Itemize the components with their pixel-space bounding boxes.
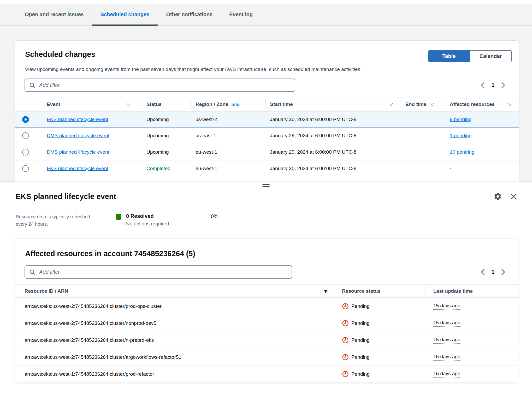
event-row[interactable]: EKS planned lifecycle event Upcoming us-… — [15, 111, 519, 128]
prev-page-button[interactable] — [478, 268, 487, 276]
event-row[interactable]: EKS planned lifecycle event Completed eu… — [15, 160, 519, 177]
current-page[interactable]: 1 — [490, 82, 495, 88]
event-region: eu-west-1 — [190, 166, 265, 171]
column-affected-resources: Affected resources — [450, 101, 495, 107]
event-region: eu-west-1 — [190, 149, 265, 155]
resource-row: arn:aws:eks:us-west-2:745485236264:clust… — [15, 349, 519, 366]
column-event: Event — [47, 101, 60, 107]
last-update-time[interactable]: 15 days ago — [433, 371, 460, 378]
filter-triangle-icon[interactable]: ▽ — [430, 102, 441, 107]
current-page[interactable]: 1 — [490, 269, 495, 275]
affected-resources-card: Affected resources in account 7454852362… — [15, 238, 519, 383]
filter-triangle-icon[interactable]: ▽ — [508, 102, 519, 107]
clock-icon — [342, 354, 349, 361]
chevron-right-icon — [500, 82, 506, 89]
calendar-view-button[interactable]: Calendar — [470, 50, 512, 62]
column-start-time: Start time — [270, 101, 293, 107]
events-filter — [25, 79, 295, 92]
resolved-count: 0 Resolved — [126, 213, 169, 219]
tab-other-notifications[interactable]: Other notifications — [158, 4, 221, 25]
event-row[interactable]: DMS planned lifecycle event Upcoming eu-… — [15, 144, 519, 160]
affected-resources-link[interactable]: 10 pending — [450, 149, 474, 155]
resource-row: arn:aws:eks:us-west-1:745485236264:clust… — [15, 366, 519, 383]
resource-row: arn:aws:eks:us-west-2:745485236264:clust… — [15, 332, 519, 349]
resources-filter — [25, 265, 292, 279]
close-panel-button[interactable] — [508, 191, 519, 202]
resolved-summary: 0 Resolved No actions required — [116, 213, 169, 227]
event-link[interactable]: DMS planned lifecycle event — [47, 133, 109, 139]
search-icon — [29, 82, 36, 89]
drag-handle-icon[interactable] — [263, 184, 270, 188]
resource-arn: arn:aws:eks:us-west-2:745485236264:clust… — [15, 354, 334, 360]
settings-button[interactable] — [492, 191, 504, 202]
event-link[interactable]: DMS planned lifecycle event — [47, 149, 109, 155]
column-end-time: End time — [405, 101, 426, 107]
row-radio[interactable] — [22, 132, 29, 139]
last-update-time[interactable]: 15 days ago — [433, 354, 460, 361]
last-update-time[interactable]: 15 days ago — [433, 303, 460, 310]
affected-resources-empty: - — [441, 166, 519, 171]
event-start-time: January 30, 2024 at 6:00:00 PM UTC-8 — [265, 117, 400, 122]
resource-status: Pending — [351, 303, 370, 309]
event-status: Upcoming — [138, 149, 190, 155]
clock-icon — [342, 337, 349, 344]
resource-arn: arn:aws:eks:us-west-2:745485236264:clust… — [15, 337, 334, 343]
affected-resources-link[interactable]: 1 pending — [450, 133, 471, 139]
tab-event-log[interactable]: Event log — [221, 4, 261, 25]
scheduled-changes-page: Open and recent issues Scheduled changes… — [0, 0, 532, 182]
resource-arn: arn:aws:eks:us-west-2:745485236264:clust… — [15, 320, 334, 326]
resources-filter-input[interactable] — [25, 265, 292, 279]
event-detail-title: EKS planned lifecycle event — [16, 192, 116, 201]
tab-open-and-recent-issues[interactable]: Open and recent issues — [16, 4, 92, 25]
events-table-header: Event ▽ Status Region / ZoneInfo Start t… — [15, 98, 519, 111]
row-radio[interactable] — [22, 149, 29, 155]
resource-status: Pending — [351, 320, 370, 326]
event-row[interactable]: DMS planned lifecycle event Upcoming us-… — [15, 128, 519, 144]
filter-triangle-icon[interactable]: ▽ — [389, 102, 400, 107]
resource-arn: arn:aws:eks:us-west-1:745485236264:clust… — [15, 371, 334, 377]
column-region-zone: Region / ZoneInfo — [196, 101, 240, 107]
last-update-time[interactable]: 15 days ago — [433, 320, 460, 327]
sort-desc-icon[interactable]: ▼ — [324, 289, 334, 294]
card-description: View upcoming events and ongoing events … — [15, 62, 519, 72]
clock-icon — [342, 303, 349, 310]
event-detail-split-panel: EKS planned lifecycle event Resource dat… — [0, 182, 532, 395]
column-status: Status — [146, 101, 162, 107]
filter-triangle-icon[interactable]: ▽ — [127, 102, 138, 107]
column-resource-status: Resource status — [342, 288, 381, 294]
event-status: Upcoming — [138, 117, 190, 122]
event-start-time: January 29, 2024 at 6:00:00 PM UTC-8 — [265, 149, 400, 155]
next-page-button[interactable] — [499, 81, 507, 89]
next-page-button[interactable] — [499, 268, 507, 276]
row-radio-selected[interactable] — [22, 116, 29, 123]
gear-icon — [494, 192, 502, 201]
table-view-button[interactable]: Table — [428, 50, 470, 62]
last-update-time[interactable]: 15 days ago — [433, 337, 460, 344]
resolved-status-icon — [116, 214, 121, 220]
resource-status: Pending — [351, 371, 370, 377]
row-radio[interactable] — [22, 165, 29, 172]
resources-table: Resource ID / ARN ▼ Resource status Last… — [15, 284, 519, 383]
resolved-sub-label: No actions required — [126, 221, 169, 227]
chevron-left-icon — [480, 269, 486, 276]
event-start-time: January 29, 2024 at 6:00:00 PM UTC-8 — [265, 133, 400, 139]
affected-resources-link[interactable]: 9 pending — [450, 117, 471, 122]
event-link[interactable]: EKS planned lifecycle event — [47, 117, 108, 122]
resource-row: arn:aws:eks:us-west-2:745485236264:clust… — [15, 298, 519, 315]
events-filter-input[interactable] — [25, 79, 295, 92]
tab-scheduled-changes[interactable]: Scheduled changes — [92, 4, 158, 25]
resource-status: Pending — [351, 354, 370, 360]
scheduled-changes-card: Scheduled changes Table Calendar View up… — [15, 40, 519, 182]
affected-resources-title: Affected resources in account 7454852362… — [25, 249, 509, 258]
events-pagination: 1 — [478, 81, 507, 89]
prev-page-button[interactable] — [478, 81, 487, 89]
event-link[interactable]: EKS planned lifecycle event — [47, 166, 108, 171]
chevron-right-icon — [500, 269, 506, 276]
info-link[interactable]: Info — [232, 102, 240, 107]
column-resource-id-arn[interactable]: Resource ID / ARN ▼ — [15, 285, 334, 297]
page-title: Scheduled changes — [25, 50, 95, 59]
resource-row: arn:aws:eks:us-west-2:745485236264:clust… — [15, 315, 519, 332]
refresh-note: Resource data is typically refreshed eve… — [16, 213, 100, 228]
clock-icon — [342, 320, 349, 327]
events-table: Event ▽ Status Region / ZoneInfo Start t… — [15, 98, 519, 177]
